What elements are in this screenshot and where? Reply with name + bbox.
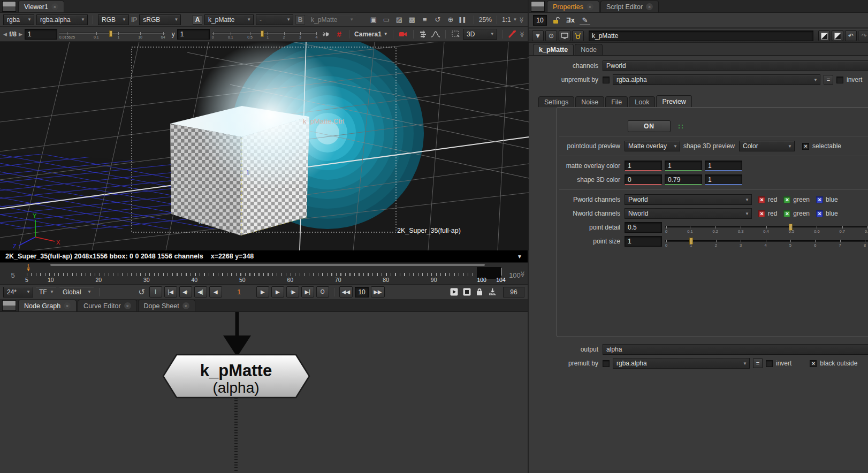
tab-look[interactable]: Look [629, 96, 655, 107]
pointcloud-preview-dropdown[interactable]: Matte overlay▼ [625, 141, 680, 151]
gain-slider[interactable]: 0.0156250.111064 [59, 29, 165, 40]
node-name-input[interactable]: k_pMatte [589, 30, 813, 41]
gain-input[interactable]: 1 [25, 29, 57, 40]
close-icon[interactable]: × [587, 3, 593, 10]
premult-invert-checkbox[interactable] [766, 360, 773, 367]
close-icon[interactable]: × [51, 3, 58, 10]
transport-button[interactable]: O [316, 286, 329, 297]
headlamp-icon[interactable] [322, 29, 332, 39]
tab-noise[interactable]: Noise [575, 96, 604, 107]
framing-icon[interactable]: ▣ [368, 15, 379, 25]
node-k-pmatte[interactable]: k_pMatte (alpha) [163, 355, 309, 398]
input-a-dropdown[interactable]: k_pMatte▼ [204, 14, 254, 25]
transport-button[interactable]: ·▶ [286, 286, 299, 297]
pixel-aspect[interactable]: 1:1 [502, 16, 511, 24]
lock-open-icon[interactable] [551, 16, 561, 25]
capture-icon[interactable] [461, 287, 472, 297]
nworld-green-checkbox[interactable] [783, 210, 790, 217]
transport-button[interactable]: ◀· [179, 286, 192, 297]
collapse-chevron-icon[interactable]: ≫ [519, 32, 526, 37]
close-all-panels-icon[interactable]: Ǝx [565, 16, 576, 25]
point-size-slider[interactable]: 012345678910 [665, 235, 868, 247]
step-back-button[interactable]: ◀◀ [339, 286, 353, 297]
tab-k-pmatte[interactable]: k_pMatte [533, 44, 574, 55]
shape3d-preview-dropdown[interactable]: Color▼ [739, 141, 795, 151]
layers-icon[interactable]: ▩ [407, 15, 417, 25]
tab-viewer1[interactable]: Viewer1 × [18, 1, 64, 12]
chevron-down-icon[interactable]: ▼ [513, 17, 517, 22]
point-size-input[interactable]: 1 [625, 236, 662, 247]
timeline-scrollbar[interactable] [50, 264, 485, 266]
playback-loop-icon[interactable]: ↺ [136, 287, 147, 297]
collapse-chevron-icon[interactable]: ≫ [520, 271, 527, 277]
fstop-prev-icon[interactable]: ◀ [3, 32, 7, 37]
point-detail-input[interactable]: 0.5 [625, 222, 662, 233]
pane-splitter-icon[interactable] [531, 1, 545, 12]
scanline-icon[interactable]: ≡ [420, 15, 430, 25]
roi-icon[interactable]: ▨ [394, 15, 405, 25]
fstop-next-icon[interactable]: ▶ [19, 32, 22, 37]
timeline[interactable]: 5 5102030405060708090100104 1 ▼ 100 ≫ [0, 262, 528, 284]
tf-dropdown[interactable]: TF▼ [35, 287, 57, 297]
camera-selector[interactable]: Camera1 [354, 30, 382, 38]
channel-mask-b-icon[interactable] [832, 30, 843, 41]
tab-curve-editor[interactable]: Curve Editor× [78, 300, 136, 311]
gamma-slider[interactable]: 00.10.51234 [212, 29, 318, 40]
tab-dope-sheet[interactable]: Dope Sheet× [138, 300, 195, 311]
tab-settings[interactable]: Settings [538, 96, 574, 107]
close-icon[interactable]: × [124, 302, 131, 309]
pworld-blue-checkbox[interactable] [816, 196, 823, 203]
unpremult-dropdown[interactable]: rgba.alpha▼ [613, 74, 820, 85]
wipe-mode-dropdown[interactable]: -▼ [256, 14, 293, 25]
range-scope-dropdown[interactable]: Global▼ [59, 287, 94, 297]
input-b-dropdown[interactable]: k_pMatte▼ [307, 14, 356, 25]
matte-color-g-input[interactable]: 1 [665, 161, 702, 171]
marquee-select-icon[interactable] [451, 29, 461, 39]
view-mode-dropdown[interactable]: 3D▼ [463, 29, 497, 40]
current-frame[interactable]: 1 [224, 288, 254, 296]
fstop-label[interactable]: f/8 [9, 30, 17, 38]
transport-button[interactable]: ▶ [256, 286, 269, 297]
pworld-green-checkbox[interactable] [783, 196, 790, 203]
playhead[interactable]: 1 ▼ [25, 263, 32, 271]
tab-preview[interactable]: Preview [656, 95, 691, 107]
premult-checkbox[interactable] [603, 360, 610, 367]
output-dropdown[interactable]: alpha▼ [603, 344, 868, 355]
gamma-input[interactable]: 1 [177, 29, 210, 40]
pworld-dropdown[interactable]: Pworld▼ [625, 194, 752, 205]
close-icon[interactable]: × [646, 3, 653, 10]
transport-button[interactable]: ◀| [194, 286, 207, 297]
controls-icon[interactable] [572, 30, 584, 41]
camera-chevron-icon[interactable]: ▼ [384, 32, 388, 36]
matte-color-b-input[interactable]: 1 [705, 161, 742, 171]
flipbook-icon[interactable] [448, 287, 459, 297]
black-outside-checkbox[interactable] [810, 360, 817, 367]
annotate-pen-icon[interactable] [507, 29, 517, 39]
step-forward-button[interactable]: ▶▶ [371, 286, 384, 297]
nworld-red-checkbox[interactable] [758, 210, 765, 217]
edit-pencil-icon[interactable]: ✎ [580, 16, 590, 25]
premult-equals-button[interactable]: = [753, 358, 763, 368]
fps-dropdown[interactable]: 24*▼ [3, 287, 33, 297]
monitor-icon[interactable] [559, 30, 570, 41]
input-a-badge[interactable]: A [193, 15, 202, 25]
lock-range-icon[interactable] [474, 287, 485, 297]
shape-color-r-input[interactable]: 0 [625, 174, 662, 185]
camera-icon[interactable] [398, 29, 408, 39]
transport-button[interactable]: |◀ [164, 286, 177, 297]
matte-color-r-input[interactable]: 1 [625, 161, 662, 171]
nodegraph-canvas[interactable]: k_pMatte (alpha) [0, 312, 528, 473]
center-node-icon[interactable]: ⊙ [545, 30, 557, 41]
collapse-chevron-icon[interactable]: ≫ [519, 17, 526, 22]
input-b-badge[interactable]: B [295, 15, 305, 25]
shape-color-b-input[interactable]: 1 [705, 174, 742, 185]
max-panels-input[interactable]: 10 [533, 15, 547, 26]
transport-button[interactable]: ▶| [301, 286, 314, 297]
shape-color-g-input[interactable]: 0.79 [665, 174, 702, 185]
ip-toggle[interactable]: IP [131, 16, 137, 24]
3d-viewport[interactable]: k_pMatte.Ctrl 2K_Super_35(full-ap) 10 1 … [0, 42, 528, 250]
unpremult-checkbox[interactable] [603, 77, 610, 83]
tab-file[interactable]: File [605, 96, 628, 107]
minimize-panel-icon[interactable]: ▼ [532, 30, 544, 41]
layer-dropdown[interactable]: rgba▼ [3, 14, 34, 25]
